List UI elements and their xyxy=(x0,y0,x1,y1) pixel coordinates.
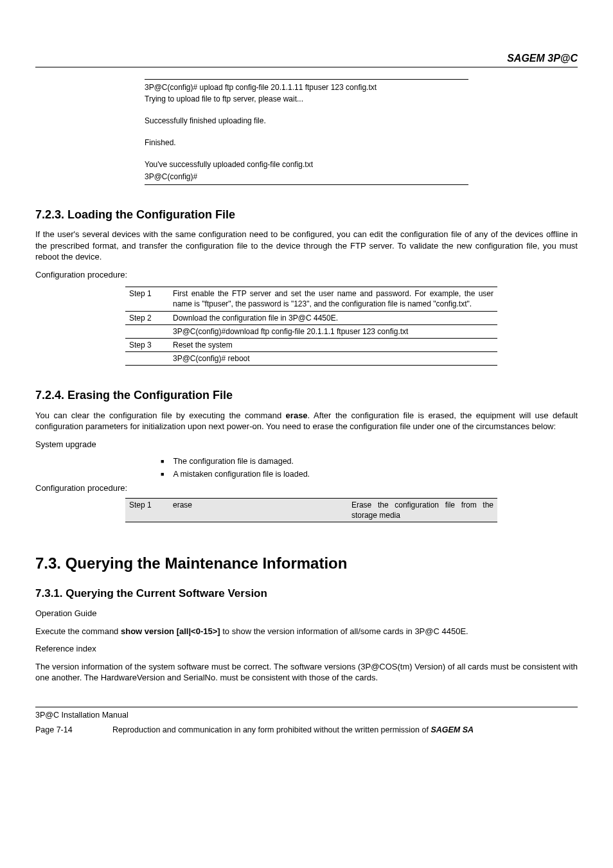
heading-73: 7.3. Querying the Maintenance Informatio… xyxy=(35,553,578,574)
para-723: If the user's several devices with the s… xyxy=(35,229,578,263)
heading-731: 7.3.1. Querying the Current Software Ver… xyxy=(35,587,578,601)
code-line: You've successfully uploaded config-file… xyxy=(145,159,468,170)
steps-table-723: Step 1 First enable the FTP server and s… xyxy=(125,287,497,366)
code-line: Successfully finished uploading file. xyxy=(145,116,468,126)
step-label: Step 3 xyxy=(125,338,169,351)
cmd-show-version: show version [all|<0-15>] xyxy=(121,626,220,636)
sagem-sa: SAGEM SA xyxy=(431,725,474,734)
step-desc: First enable the FTP server and set the … xyxy=(169,287,497,311)
step-code: 3P@C(config)# reboot xyxy=(169,352,497,366)
para-731-1: Execute the command show version [all|<0… xyxy=(35,626,578,637)
page-footer: 3P@C Installation Manual Page 7-14 Repro… xyxy=(35,707,578,736)
bullet-list: The configuration file is damaged. A mis… xyxy=(161,456,578,480)
code-line: Finished. xyxy=(145,137,468,148)
para-724: You can clear the configuration file by … xyxy=(35,410,578,432)
brand-header: SAGEM 3P@C xyxy=(35,51,578,67)
code-line: 3P@C(config)# upload ftp config-file 20.… xyxy=(145,82,468,93)
step-desc: Erase the configuration file from the st… xyxy=(348,498,497,522)
step-label: Step 1 xyxy=(125,287,169,311)
step-cmd: erase xyxy=(169,498,348,522)
upload-code-block: 3P@C(config)# upload ftp config-file 20.… xyxy=(145,79,468,185)
operation-guide: Operation Guide xyxy=(35,608,578,619)
para-pre: You can clear the configuration file by … xyxy=(35,411,286,420)
heading-724: 7.2.4. Erasing the Configuration File xyxy=(35,387,578,403)
step-label: Step 1 xyxy=(125,498,169,522)
para-post: to show the version information of all/s… xyxy=(220,626,468,636)
manual-title: 3P@C Installation Manual xyxy=(35,710,578,721)
system-upgrade: System upgrade xyxy=(35,439,578,450)
step-desc: Reset the system xyxy=(169,338,497,351)
heading-723: 7.2.3. Loading the Configuration File xyxy=(35,207,578,222)
list-item: The configuration file is damaged. xyxy=(161,456,578,467)
cmd-erase: erase xyxy=(286,411,308,420)
config-procedure-label: Configuration procedure: xyxy=(35,483,578,494)
step-code: 3P@C(config)#download ftp config-file 20… xyxy=(169,324,497,338)
para-pre: Execute the command xyxy=(35,626,121,636)
steps-table-724: Step 1 erase Erase the configuration fil… xyxy=(125,498,497,522)
list-item: A mistaken configuration file is loaded. xyxy=(161,469,578,480)
step-desc: Download the configuration file in 3P@C … xyxy=(169,311,497,324)
code-line: 3P@C(config)# xyxy=(145,172,468,182)
step-label: Step 2 xyxy=(125,311,169,324)
para-731-2: The version information of the system so… xyxy=(35,661,578,684)
reference-index: Reference index xyxy=(35,643,578,655)
code-line: Trying to upload file to ftp server, ple… xyxy=(145,94,468,104)
config-procedure-label: Configuration procedure: xyxy=(35,269,578,281)
footer-text: Reproduction and communication in any fo… xyxy=(112,725,578,736)
page-number: Page 7-14 xyxy=(35,725,112,736)
